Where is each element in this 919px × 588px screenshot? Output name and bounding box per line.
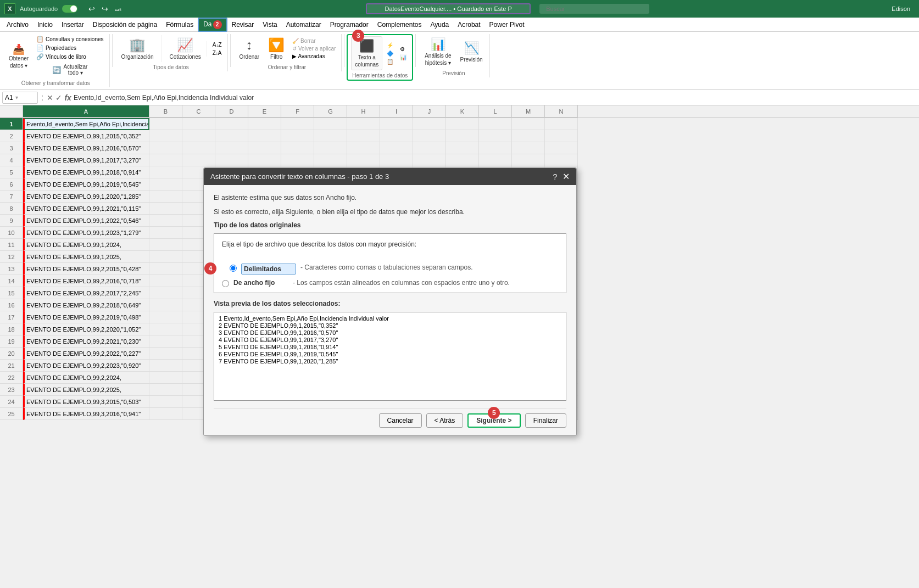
menu-datos[interactable]: Da2 [198, 18, 227, 32]
cell[interactable] [446, 142, 479, 154]
col-header-K[interactable]: K [446, 105, 479, 117]
cell[interactable] [413, 154, 446, 166]
cell[interactable] [314, 142, 347, 154]
cell[interactable] [413, 130, 446, 142]
cell[interactable] [182, 118, 215, 130]
ribbon-btn-ordenar[interactable]: ↕ Ordenar [236, 35, 263, 62]
dialog-preview-content[interactable]: 1 Evento,Id_evento,Sem Epi,Año Epi,Incid… [214, 312, 566, 400]
dialog-close-button[interactable]: ✕ [562, 171, 570, 182]
menu-programador[interactable]: Programador [326, 19, 373, 30]
cell[interactable] [149, 154, 182, 166]
cell[interactable]: EVENTO DE EJEMPLO,99,3,2015,"0,503" [23, 396, 149, 408]
cell[interactable]: EVENTO DE EJEMPLO,99,1,2020,"1,285" [23, 191, 149, 203]
cell[interactable] [149, 360, 182, 372]
radio-anchofijo[interactable] [222, 280, 229, 287]
col-header-G[interactable]: G [314, 105, 347, 117]
cell[interactable] [149, 191, 182, 203]
cell[interactable] [149, 239, 182, 251]
cell[interactable] [149, 384, 182, 396]
cell[interactable] [149, 323, 182, 335]
cell[interactable]: EVENTO DE EJEMPLO,99,1,2015,"0,352" [23, 130, 149, 142]
col-header-F[interactable]: F [281, 105, 314, 117]
col-header-N[interactable]: N [545, 105, 578, 117]
cell[interactable] [347, 154, 380, 166]
cell[interactable]: EVENTO DE EJEMPLO,99,1,2016,"0,570" [23, 142, 149, 154]
cell[interactable] [248, 130, 281, 142]
formula-input[interactable] [74, 94, 917, 102]
cell[interactable]: EVENTO DE EJEMPLO,99,1,2019,"0,545" [23, 178, 149, 191]
cell[interactable] [149, 275, 182, 287]
cell[interactable] [215, 118, 248, 130]
dialog-back-button[interactable]: < Atrás [426, 413, 464, 428]
cell-ref-box[interactable]: A1 ▾ [2, 92, 38, 104]
cell[interactable] [149, 203, 182, 215]
cell[interactable] [149, 178, 182, 191]
ribbon-btn-analisis-hipotesis[interactable]: 📊 Análisis de hipótesis ▾ [421, 35, 454, 68]
menu-ayuda[interactable]: Ayuda [426, 19, 453, 30]
col-header-L[interactable]: L [479, 105, 512, 117]
cell[interactable] [446, 154, 479, 166]
cell[interactable] [215, 154, 248, 166]
cell[interactable] [149, 166, 182, 178]
menu-powerpivot[interactable]: Power Pivot [485, 19, 529, 30]
ribbon-btn-organizacion[interactable]: 🏢 Organización [118, 35, 157, 62]
cell[interactable] [413, 142, 446, 154]
col-header-A[interactable]: A [23, 105, 149, 117]
undo-button[interactable]: ↩ [86, 3, 97, 14]
ribbon-btn-vinculos[interactable]: 🔗 Vínculos de libro [34, 53, 105, 61]
menu-formulas[interactable]: Fórmulas [161, 19, 198, 30]
menu-vista[interactable]: Vista [258, 19, 281, 30]
cell[interactable] [545, 130, 578, 142]
ribbon-btn-herr-3[interactable]: 📋 [385, 58, 396, 65]
ribbon-btn-borrar[interactable]: 🧹 Borrar [290, 37, 338, 44]
cell[interactable]: EVENTO DE EJEMPLO,99,1,2017,"3,270" [23, 154, 149, 166]
cell[interactable]: EVENTO DE EJEMPLO,99,2,2017,"2,245" [23, 287, 149, 299]
cell[interactable]: EVENTO DE EJEMPLO,99,2,2015,"0,428" [23, 263, 149, 275]
ribbon-btn-sort-za[interactable]: Z↓A [210, 49, 224, 57]
menu-acrobat[interactable]: Acrobat [453, 19, 484, 30]
cell[interactable] [281, 154, 314, 166]
cell[interactable]: EVENTO DE EJEMPLO,99,3,2016,"0,941" [23, 408, 149, 420]
col-header-I[interactable]: I [380, 105, 413, 117]
ribbon-btn-filtro[interactable]: 🔽 Filtro [265, 35, 288, 62]
cell[interactable] [149, 287, 182, 299]
col-header-M[interactable]: M [512, 105, 545, 117]
cell[interactable] [512, 142, 545, 154]
cell[interactable]: EVENTO DE EJEMPLO,99,1,2021,"0,115" [23, 203, 149, 215]
cell[interactable]: EVENTO DE EJEMPLO,99,2,2018,"0,649" [23, 299, 149, 311]
cell[interactable] [512, 154, 545, 166]
cell[interactable] [182, 142, 215, 154]
cell[interactable]: EVENTO DE EJEMPLO,99,1,2025, [23, 251, 149, 263]
cell[interactable]: EVENTO DE EJEMPLO,99,2,2016,"0,718" [23, 275, 149, 287]
cell[interactable] [314, 118, 347, 130]
formula-check-btn[interactable]: ✓ [55, 93, 62, 102]
menu-automatizar[interactable]: Automatizar [282, 19, 326, 30]
col-header-E[interactable]: E [248, 105, 281, 117]
search-input[interactable] [539, 4, 649, 14]
cell[interactable] [149, 408, 182, 420]
autosave-toggle[interactable] [62, 5, 77, 13]
col-header-B[interactable]: B [149, 105, 182, 117]
cell[interactable] [248, 142, 281, 154]
menu-revisar[interactable]: Revisar [227, 19, 259, 30]
dialog-next-button[interactable]: 5 Siguiente > [467, 413, 520, 428]
cell[interactable]: EVENTO DE EJEMPLO,99,1,2018,"0,914" [23, 166, 149, 178]
menu-insertar[interactable]: Insertar [57, 19, 88, 30]
cell[interactable] [314, 130, 347, 142]
cell[interactable]: EVENTO DE EJEMPLO,99,2,2023,"0,920" [23, 360, 149, 372]
cell[interactable] [347, 118, 380, 130]
cell[interactable] [149, 372, 182, 384]
cell[interactable] [347, 130, 380, 142]
cell[interactable]: EVENTO DE EJEMPLO,99,2,2020,"1,052" [23, 323, 149, 335]
col-header-J[interactable]: J [413, 105, 446, 117]
cell[interactable] [479, 142, 512, 154]
dialog-help-button[interactable]: ? [553, 172, 558, 181]
cell[interactable] [149, 215, 182, 227]
cell[interactable] [545, 118, 578, 130]
dialog-finish-button[interactable]: Finalizar [525, 413, 566, 428]
ribbon-btn-herr-1[interactable]: ⚡ [385, 42, 396, 49]
ribbon-btn-avanzadas[interactable]: ▶ Avanzadas [290, 53, 338, 60]
cell[interactable]: EVENTO DE EJEMPLO,99,2,2022,"0,227" [23, 348, 149, 360]
ribbon-btn-propiedades[interactable]: 📄 Propiedades [34, 44, 105, 52]
cell[interactable] [182, 154, 215, 166]
